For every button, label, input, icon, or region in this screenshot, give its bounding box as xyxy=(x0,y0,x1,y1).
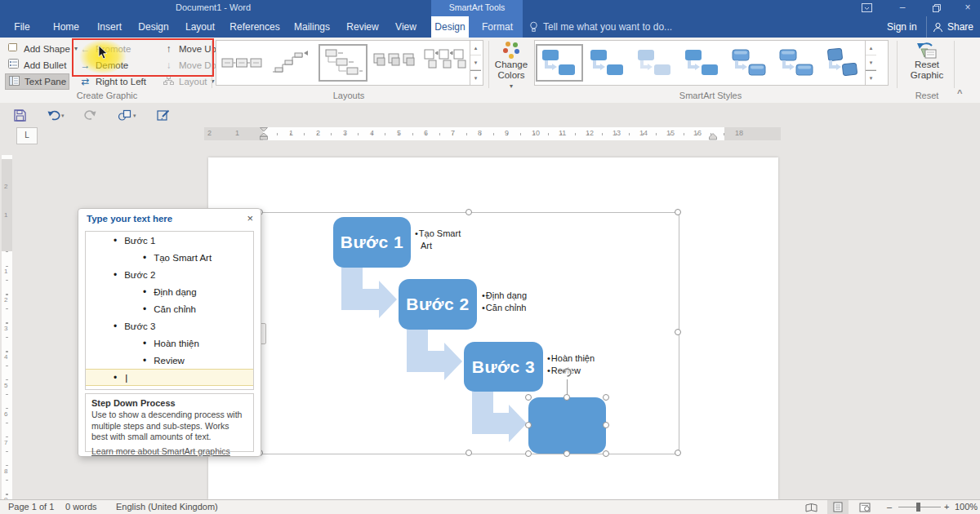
outline-item[interactable]: Căn chỉnh xyxy=(86,300,253,317)
outline-item[interactable]: Bước 1 xyxy=(86,232,253,249)
tab-review[interactable]: Review xyxy=(344,16,381,38)
outline-item[interactable]: Hoàn thiện xyxy=(86,335,253,352)
outline-item[interactable]: Review xyxy=(86,352,253,369)
web-layout-icon[interactable] xyxy=(854,500,875,514)
zoom-slider-thumb[interactable] xyxy=(916,503,920,512)
style-thumbnail-6[interactable] xyxy=(774,44,820,82)
right-to-left-button[interactable]: ⇄ Right to Left xyxy=(77,73,149,89)
layout-thumbnail-step-up-process[interactable] xyxy=(268,44,317,82)
outline-item-current[interactable]: | xyxy=(86,369,253,386)
language-indicator[interactable]: English (United Kingdom) xyxy=(116,502,218,512)
tab-smartart-format[interactable]: Format xyxy=(477,16,518,38)
zoom-level[interactable]: 100% xyxy=(955,502,978,512)
rotation-handle-icon[interactable] xyxy=(560,366,574,383)
zoom-in-icon[interactable]: + xyxy=(944,502,949,512)
zoom-out-icon[interactable]: – xyxy=(887,502,892,512)
reset-graphic-button[interactable]: Reset Graphic xyxy=(902,40,952,81)
tab-layout[interactable]: Layout xyxy=(180,16,220,38)
layout-button[interactable]: Layout ▾ xyxy=(160,73,217,89)
text-pane-button[interactable]: Text Pane xyxy=(5,73,69,90)
tab-view[interactable]: View xyxy=(390,16,422,38)
frame-handle[interactable] xyxy=(675,450,681,456)
print-layout-icon[interactable] xyxy=(827,500,849,514)
layout-info-title: Step Down Process xyxy=(91,398,247,408)
sign-in-button[interactable]: Sign in xyxy=(887,16,917,38)
styles-gallery-more-icon[interactable]: ▾ xyxy=(866,70,876,85)
node-handle[interactable] xyxy=(603,422,609,428)
learn-more-link[interactable]: Learn more about SmartArt graphics xyxy=(91,446,247,456)
smartart-node-3[interactable]: Bước 3 xyxy=(464,342,543,392)
layouts-scroll-up-icon[interactable]: ▴ xyxy=(470,41,481,55)
style-thumbnail-4[interactable] xyxy=(679,44,725,82)
promote-button[interactable]: ← Promote xyxy=(77,41,133,56)
outline-item[interactable]: Định dạng xyxy=(86,283,253,300)
smartart-node-2[interactable]: Bước 2 xyxy=(399,279,477,330)
undo-dropdown-icon[interactable]: ▾ xyxy=(61,113,65,119)
draw-shapes-button[interactable] xyxy=(115,108,133,122)
edit-document-button[interactable] xyxy=(154,108,172,122)
change-colors-button[interactable]: Change Colors ▾ xyxy=(492,40,531,91)
node-handle[interactable] xyxy=(525,450,532,457)
move-up-button[interactable]: ↑ Move Up xyxy=(160,41,219,56)
text-pane-close-icon[interactable]: × xyxy=(247,212,253,224)
node-handle[interactable] xyxy=(525,422,532,428)
tab-design[interactable]: Design xyxy=(134,16,173,38)
ribbon-display-options-icon[interactable] xyxy=(854,0,879,16)
word-count[interactable]: 0 words xyxy=(65,502,97,512)
layout-thumbnail-alternating-picture[interactable] xyxy=(420,44,469,82)
tab-mailings[interactable]: Mailings xyxy=(288,16,336,38)
redo-button[interactable] xyxy=(81,108,99,122)
styles-scroll-up-icon[interactable]: ▴ xyxy=(866,41,876,55)
outline-item[interactable]: Bước 2 xyxy=(86,266,253,283)
style-thumbnail-simple-fill[interactable] xyxy=(536,44,583,82)
save-button[interactable] xyxy=(11,108,29,122)
node-handle[interactable] xyxy=(603,394,609,401)
undo-button[interactable] xyxy=(45,108,63,122)
layout-thumbnail-accent-process[interactable] xyxy=(369,44,418,82)
read-mode-icon[interactable] xyxy=(800,500,822,514)
style-thumbnail-2[interactable] xyxy=(585,44,630,82)
tab-insert[interactable]: Insert xyxy=(91,16,127,38)
layout-thumbnail-step-down-process[interactable] xyxy=(318,44,368,82)
demote-button[interactable]: → Demote xyxy=(77,57,131,73)
style-thumbnail-7[interactable] xyxy=(822,44,864,82)
tab-smartart-design[interactable]: Design xyxy=(431,16,469,38)
layouts-group-label: Layouts xyxy=(216,91,482,100)
frame-handle[interactable] xyxy=(466,450,472,456)
node-handle[interactable] xyxy=(564,450,570,457)
frame-handle[interactable] xyxy=(675,209,681,215)
layouts-gallery-more-icon[interactable]: ▾ xyxy=(470,70,481,85)
restore-icon[interactable] xyxy=(924,0,949,16)
outline-item[interactable]: Tạo Smart Art xyxy=(86,249,253,266)
frame-handle[interactable] xyxy=(466,209,472,215)
node-handle[interactable] xyxy=(564,394,570,401)
close-icon[interactable]: × xyxy=(956,0,980,16)
add-bullet-button[interactable]: Add Bullet xyxy=(5,57,69,73)
add-shape-button[interactable]: Add Shape ▾ xyxy=(5,41,80,56)
tell-me-box[interactable]: Tell me what you want to do... xyxy=(529,16,672,38)
node-handle[interactable] xyxy=(525,394,532,401)
style-thumbnail-5[interactable] xyxy=(727,44,773,82)
styles-scroll-down-icon[interactable]: ▾ xyxy=(866,55,876,70)
share-button[interactable]: Share xyxy=(926,16,979,38)
smartart-node-4-selected[interactable] xyxy=(528,397,606,454)
collapse-ribbon-icon[interactable]: ^ xyxy=(957,88,962,98)
dropdown-icon: ▾ xyxy=(510,81,513,91)
ruler-number: 7 xyxy=(4,439,7,446)
node-handle[interactable] xyxy=(603,450,609,457)
frame-handle[interactable] xyxy=(675,329,681,335)
tab-file[interactable]: File xyxy=(7,16,38,38)
layout-thumbnail-basic-process[interactable] xyxy=(217,44,266,82)
page-indicator[interactable]: Page 1 of 1 xyxy=(8,502,54,512)
shapes-dropdown-icon[interactable]: ▾ xyxy=(133,113,136,119)
tab-selector-button[interactable]: L xyxy=(16,127,38,144)
indent-markers[interactable] xyxy=(260,127,268,140)
smartart-node-1[interactable]: Bước 1 xyxy=(333,217,411,268)
layouts-scroll-down-icon[interactable]: ▾ xyxy=(470,55,481,70)
outline-item[interactable]: Bước 3 xyxy=(86,317,253,335)
style-thumbnail-3[interactable] xyxy=(632,44,678,82)
tab-home[interactable]: Home xyxy=(48,16,84,38)
minimize-icon[interactable]: – xyxy=(890,0,915,16)
tab-references[interactable]: References xyxy=(229,16,280,38)
right-indent-marker[interactable] xyxy=(709,133,717,140)
